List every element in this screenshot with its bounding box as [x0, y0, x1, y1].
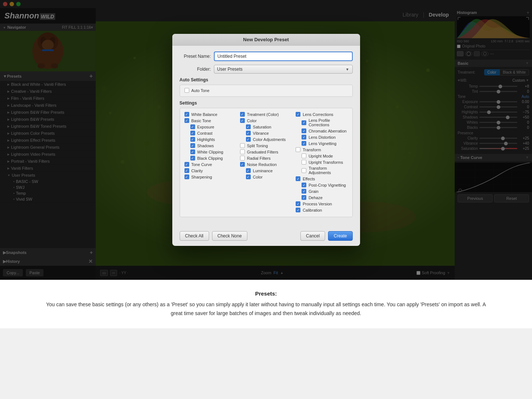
app-container: ShannonWILD ▼Navigator FIT FILL 1:1 1:16… [0, 0, 532, 280]
clarity-row: Clarity [184, 168, 236, 173]
modal-overlay[interactable]: New Develop Preset Preset Name: Folder: … [0, 0, 532, 280]
lens-vignetting-checkbox[interactable] [302, 141, 306, 146]
exposure-label-modal: Exposure [197, 125, 214, 129]
lens-profile-row: Lens Profile Corrections [296, 118, 348, 127]
auto-settings-section: Auto Tone [180, 85, 353, 97]
noise-reduction-label: Noise Reduction [247, 162, 277, 167]
nr-color-checkbox[interactable] [246, 174, 251, 179]
tone-curve-label-modal: Tone Curve [191, 162, 212, 167]
create-button[interactable]: Create [328, 231, 352, 241]
tone-curve-row: Tone Curve [184, 162, 236, 167]
lens-corrections-checkbox[interactable] [296, 112, 300, 117]
color-checkbox[interactable] [240, 118, 245, 123]
transform-adjustments-row: Transform Adjustments [296, 166, 348, 175]
basic-tone-row: Basic Tone [184, 118, 236, 123]
modal-title-bar: New Develop Preset [172, 34, 360, 46]
color-adjustments-row: Color Adjustments [240, 137, 292, 142]
transform-row: Transform [296, 147, 348, 152]
settings-title: Settings [180, 100, 353, 106]
black-clipping-checkbox[interactable] [190, 156, 195, 160]
process-version-checkbox[interactable] [296, 201, 300, 206]
graduated-filters-label: Graduated Filters [247, 150, 278, 154]
white-clipping-checkbox[interactable] [190, 149, 195, 154]
preset-name-input[interactable] [214, 52, 353, 61]
exposure-checkbox[interactable] [190, 124, 195, 129]
shadows-row: Shadows [184, 143, 236, 148]
folder-select[interactable]: User Presets ▼ [214, 65, 353, 74]
white-balance-checkbox[interactable] [184, 112, 189, 117]
vibrance-row: Vibrance [240, 131, 292, 135]
upright-mode-row: Upright Mode [296, 153, 348, 158]
effects-checkbox[interactable] [296, 176, 300, 181]
effects-label: Effects [303, 177, 315, 181]
grain-row: Grain [296, 189, 348, 194]
auto-tone-row: Auto Tone [184, 88, 348, 93]
sharpening-checkbox[interactable] [184, 174, 189, 179]
highlights-label-modal: Highlights [197, 137, 215, 142]
lens-profile-checkbox[interactable] [302, 120, 306, 125]
calibration-checkbox[interactable] [296, 208, 300, 212]
noise-reduction-checkbox[interactable] [240, 162, 245, 167]
graduated-filters-row: Graduated Filters [240, 149, 292, 154]
treatment-color-row: Treatment (Color) [240, 112, 292, 117]
white-balance-row: White Balance [184, 112, 236, 117]
transform-label: Transform [303, 148, 321, 152]
grain-label: Grain [309, 189, 318, 194]
folder-value: User Presets [217, 67, 243, 72]
lens-distortion-row: Lens Distortion [296, 135, 348, 140]
post-crop-row: Post-Crop Vignetting [296, 183, 348, 187]
vibrance-checkbox[interactable] [246, 131, 251, 135]
new-develop-preset-modal: New Develop Preset Preset Name: Folder: … [172, 34, 360, 246]
post-crop-label: Post-Crop Vignetting [309, 183, 346, 187]
white-balance-label: White Balance [191, 112, 218, 117]
dehaze-checkbox[interactable] [302, 195, 306, 200]
check-none-button[interactable]: Check None [212, 231, 247, 241]
transform-adjustments-checkbox[interactable] [302, 168, 306, 173]
settings-col-3: Lens Corrections Lens Profile Correction… [296, 112, 348, 213]
auto-tone-checkbox[interactable] [184, 88, 189, 93]
modal-footer-left: Check All Check None [180, 231, 247, 241]
bottom-body: You can save these basic settings (or an… [44, 300, 488, 318]
graduated-filters-checkbox[interactable] [240, 149, 245, 154]
radial-filters-label: Radial Filters [247, 156, 271, 160]
cancel-button[interactable]: Cancel [300, 231, 325, 241]
treatment-color-label: Treatment (Color) [247, 112, 279, 117]
post-crop-checkbox[interactable] [302, 183, 306, 187]
color-adjustments-checkbox[interactable] [246, 137, 251, 142]
radial-filters-row: Radial Filters [240, 156, 292, 160]
color-row: Color [240, 118, 292, 123]
treatment-color-checkbox[interactable] [240, 112, 245, 117]
shadows-checkbox[interactable] [190, 143, 195, 148]
dehaze-row: Dehaze [296, 195, 348, 200]
saturation-checkbox[interactable] [246, 124, 251, 129]
upright-transforms-checkbox[interactable] [302, 160, 306, 165]
luminance-label: Luminance [253, 169, 273, 173]
folder-label: Folder: [180, 67, 211, 72]
contrast-row: Contrast [184, 131, 236, 135]
upright-mode-checkbox[interactable] [302, 153, 306, 158]
clarity-checkbox[interactable] [184, 168, 189, 173]
tone-curve-checkbox[interactable] [184, 162, 189, 167]
luminance-checkbox[interactable] [246, 168, 251, 173]
white-clipping-label: White Clipping [197, 150, 223, 154]
upright-transforms-label: Upright Transforms [309, 160, 343, 165]
check-all-button[interactable]: Check All [180, 231, 209, 241]
grain-checkbox[interactable] [302, 189, 306, 194]
contrast-checkbox[interactable] [190, 131, 195, 135]
split-toning-checkbox[interactable] [240, 143, 245, 148]
basic-tone-label: Basic Tone [191, 119, 211, 123]
color-adjustments-label: Color Adjustments [253, 137, 286, 142]
lens-distortion-checkbox[interactable] [302, 135, 306, 140]
radial-filters-checkbox[interactable] [240, 156, 245, 160]
basic-tone-checkbox[interactable] [184, 118, 189, 123]
shadows-label-modal: Shadows [197, 144, 214, 148]
color-label: Color [247, 119, 257, 123]
lens-corrections-row: Lens Corrections [296, 112, 348, 117]
lens-vignetting-row: Lens Vignetting [296, 141, 348, 146]
transform-checkbox[interactable] [296, 147, 300, 152]
chromatic-aberration-checkbox[interactable] [302, 128, 306, 133]
bottom-text-area: Presets: You can save these basic settin… [0, 280, 532, 328]
highlights-checkbox[interactable] [190, 137, 195, 142]
process-version-row: Process Version [296, 201, 348, 206]
auto-tone-label: Auto Tone [191, 88, 209, 93]
